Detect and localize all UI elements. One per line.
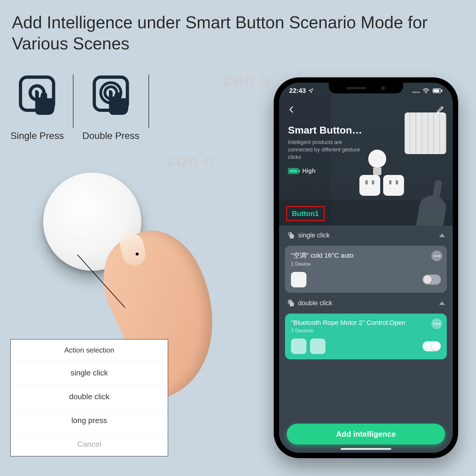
device-icon [310, 339, 325, 354]
svg-point-7 [412, 92, 414, 93]
device-icons [291, 272, 306, 287]
phone-notch [329, 83, 403, 93]
battery-status-row: High [288, 167, 315, 174]
leader-dot [136, 253, 139, 256]
card-toggle[interactable] [422, 275, 441, 285]
chevron-up-icon [439, 234, 445, 237]
location-icon [308, 88, 314, 93]
watermark: COO O [223, 74, 272, 88]
device-icons [291, 339, 325, 354]
more-icon[interactable] [431, 250, 442, 261]
card-subtitle: 2 Devices [291, 328, 441, 334]
card-title: "Bluetooth Rope Motor 2" Control:Open [291, 319, 441, 327]
curtain-image [405, 112, 446, 154]
watermark: COO O [167, 155, 215, 168]
section-single-click[interactable]: single click [285, 230, 447, 240]
header-title: Smart Button… [288, 124, 362, 136]
sheet-cancel-button[interactable]: Cancel [11, 432, 168, 456]
svg-point-8 [414, 92, 416, 93]
battery-level-label: High [302, 167, 315, 174]
status-time: 22:43 [289, 87, 306, 95]
wifi-icon [422, 88, 430, 93]
page-headline: Add Intelligence under Smart Button Scen… [12, 12, 476, 54]
section-label: double click [298, 299, 332, 307]
app-header: Smart Button… Intelligent products are c… [279, 83, 453, 226]
actions-list[interactable]: single click "空调" cold 16°C auto 1 Devic… [279, 226, 453, 453]
card-subtitle: 1 Device [291, 261, 441, 267]
more-icon[interactable] [431, 318, 442, 329]
action-selection-sheet: Action selection single click double cli… [10, 339, 168, 456]
bulb-image [368, 150, 386, 176]
press-icons-row: Single Press Double Press [10, 74, 158, 141]
svg-rect-14 [441, 90, 442, 92]
battery-level-icon [288, 168, 299, 174]
section-double-click[interactable]: double click [285, 298, 447, 308]
back-icon[interactable] [287, 105, 296, 114]
svg-point-9 [416, 92, 417, 93]
action-card-ac[interactable]: "空调" cold 16°C auto 1 Device [285, 246, 447, 293]
sheet-option-long-press[interactable]: long press [11, 408, 168, 432]
double-press-icon [88, 74, 134, 125]
single-press-col: Single Press [10, 74, 64, 141]
tap-icon [287, 299, 295, 307]
device-icon [291, 272, 306, 287]
section-label: single click [298, 231, 330, 239]
svg-rect-13 [434, 90, 439, 92]
add-intelligence-button[interactable]: Add intelligence [287, 424, 445, 444]
header-subtitle: Intelligent products are connected by di… [288, 139, 365, 161]
phone-mockup: 22:43 Smart Button… Intelligent [274, 77, 458, 458]
double-press-col: Double Press [82, 74, 140, 141]
phone-screen: 22:43 Smart Button… Intelligent [279, 83, 453, 453]
svg-point-10 [418, 92, 419, 93]
single-press-label: Single Press [10, 130, 64, 141]
card-title: "空调" cold 16°C auto [291, 251, 441, 260]
nav-bar [279, 101, 453, 118]
divider [73, 74, 73, 128]
cellular-icon [412, 88, 420, 93]
divider [148, 74, 149, 128]
sheet-option-single-click[interactable]: single click [11, 361, 168, 385]
plug-images [359, 175, 404, 196]
double-press-label: Double Press [82, 130, 140, 141]
svg-point-11 [426, 93, 427, 93]
device-icon [291, 339, 306, 354]
single-press-icon [14, 74, 60, 125]
action-card-rope-motor[interactable]: "Bluetooth Rope Motor 2" Control:Open 2 … [285, 314, 447, 359]
battery-icon [433, 88, 443, 93]
sheet-title: Action selection [11, 339, 168, 361]
edit-icon[interactable] [436, 105, 444, 114]
tap-icon [287, 231, 295, 239]
card-toggle[interactable] [422, 341, 441, 351]
tab-button1[interactable]: Button1 [286, 206, 325, 221]
sheet-option-double-click[interactable]: double click [11, 385, 168, 408]
home-indicator [341, 448, 391, 450]
chevron-up-icon [439, 301, 445, 305]
